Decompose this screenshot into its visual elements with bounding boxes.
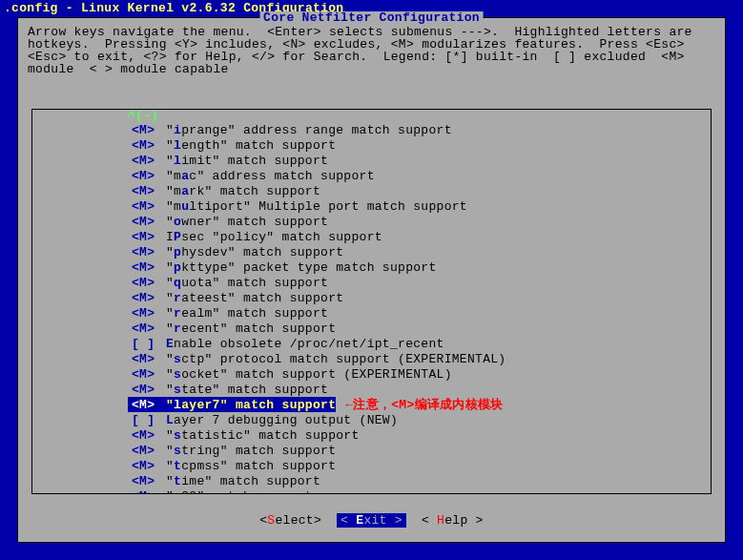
option-state: [ ]	[128, 338, 166, 350]
option-label: "recent" match support	[166, 322, 336, 335]
option-item[interactable]: <M>"realm" match support	[32, 305, 711, 321]
select-button[interactable]: <Select>	[259, 513, 321, 528]
option-item[interactable]: <M>"multiport" Multiple port match suppo…	[32, 198, 711, 214]
option-state: <M>	[128, 384, 166, 396]
option-state: <M>	[128, 155, 166, 167]
option-item[interactable]: <M>IPsec "policy" match support	[32, 229, 711, 244]
option-label: "iprange" address range match support	[166, 124, 452, 136]
option-label: "tcpmss" match support	[166, 460, 336, 472]
option-state: <M>	[128, 200, 166, 213]
option-state: <M>	[128, 139, 166, 152]
option-state: <M>	[128, 292, 166, 304]
option-list[interactable]: ^(-) <M>"iprange" address range match su…	[31, 109, 712, 494]
option-item[interactable]: [ ] Layer 7 debugging output (NEW)	[32, 412, 711, 427]
option-state: <M>	[128, 353, 166, 365]
option-state: <M>	[128, 170, 166, 182]
option-label: "time" match support	[166, 475, 320, 487]
option-label: "owner" match support	[166, 216, 328, 228]
option-state: [ ]	[128, 414, 166, 426]
option-label: "length" match support	[166, 139, 336, 152]
option-item[interactable]: <M>"statistic" match support	[32, 427, 711, 443]
option-state: <M>	[128, 429, 166, 442]
option-label: Layer 7 debugging output (NEW)	[166, 414, 398, 426]
option-state: <M>	[128, 460, 166, 472]
option-state: <M>	[128, 322, 166, 335]
option-item[interactable]: <M>"socket" match support (EXPERIMENTAL)	[32, 366, 711, 382]
option-label: "socket" match support (EXPERIMENTAL)	[166, 368, 452, 381]
option-item[interactable]: <M>"pkttype" packet type match support	[32, 259, 711, 275]
option-label: "string" match support	[166, 445, 336, 457]
option-item[interactable]: <M>"recent" match support	[32, 321, 711, 336]
option-label: "sctp" protocol match support (EXPERIMEN…	[166, 353, 506, 365]
option-state: <M>	[128, 277, 166, 289]
option-item[interactable]: <M>"time" match support	[32, 473, 711, 488]
option-item[interactable]: [ ] Enable obsolete /proc/net/ipt_recent	[32, 336, 711, 351]
option-label: "pkttype" packet type match support	[166, 261, 437, 274]
option-state: <M>	[128, 307, 166, 320]
option-label: "quota" match support	[166, 277, 328, 289]
help-button[interactable]: < Help >	[422, 513, 484, 528]
option-label: "rateest" match support	[166, 292, 343, 304]
option-label: "multiport" Multiple port match support	[166, 200, 467, 213]
option-state: <M>	[128, 368, 166, 381]
option-item[interactable]: <M>"u32" match support	[32, 488, 711, 494]
scroll-up-indicator[interactable]: ^(-)	[32, 110, 711, 122]
dialog-title: Core Netfilter Configuration	[259, 11, 484, 24]
option-item[interactable]: <M>"rateest" match support	[32, 290, 711, 305]
option-label: "limit" match support	[166, 155, 328, 167]
option-label: "physdev" match support	[166, 246, 343, 259]
option-state: <M>	[128, 231, 166, 243]
option-item[interactable]: <M>"limit" match support	[32, 153, 711, 168]
option-item[interactable]: <M>"state" match support	[32, 382, 711, 397]
option-label: Enable obsolete /proc/net/ipt_recent	[166, 338, 444, 350]
button-row: <Select> < Exit > < Help >	[18, 513, 725, 528]
help-text: Arrow keys navigate the menu. <Enter> se…	[18, 18, 725, 79]
option-label: "realm" match support	[166, 307, 328, 320]
option-item[interactable]: <M>"layer7" match support←注意，<M>编译成内核模块	[32, 397, 711, 412]
option-label: "mac" address match support	[166, 170, 375, 182]
option-item[interactable]: <M>"mac" address match support	[32, 168, 711, 183]
option-item[interactable]: <M>"quota" match support	[32, 275, 711, 290]
option-label: "layer7" match support	[166, 399, 336, 411]
option-label: "state" match support	[166, 384, 328, 396]
option-label: "mark" match support	[166, 185, 320, 197]
option-label: IPsec "policy" match support	[166, 231, 382, 243]
option-state: <M>	[128, 185, 166, 197]
option-state: <M>	[128, 475, 166, 487]
option-item[interactable]: <M>"tcpmss" match support	[32, 458, 711, 473]
option-item[interactable]: <M>"iprange" address range match support	[32, 122, 711, 137]
option-state: <M>	[128, 124, 166, 136]
option-state: <M>	[128, 216, 166, 228]
annotation-row: ←注意，<M>编译成内核模块	[345, 399, 503, 411]
option-state: <M>	[128, 490, 166, 495]
exit-button[interactable]: < Exit >	[337, 513, 406, 528]
option-label: "u32" match support	[166, 490, 313, 495]
option-label: "statistic" match support	[166, 429, 360, 442]
config-dialog: Core Netfilter Configuration Arrow keys …	[17, 17, 726, 543]
option-item[interactable]: <M>"mark" match support	[32, 183, 711, 198]
option-item[interactable]: <M>"owner" match support	[32, 214, 711, 229]
option-item[interactable]: <M>"sctp" protocol match support (EXPERI…	[32, 351, 711, 366]
option-item[interactable]: <M>"string" match support	[32, 443, 711, 458]
option-state: <M>	[128, 399, 166, 411]
option-item[interactable]: <M>"physdev" match support	[32, 244, 711, 259]
option-state: <M>	[128, 261, 166, 274]
option-state: <M>	[128, 445, 166, 457]
option-item[interactable]: <M>"length" match support	[32, 137, 711, 153]
option-state: <M>	[128, 246, 166, 259]
